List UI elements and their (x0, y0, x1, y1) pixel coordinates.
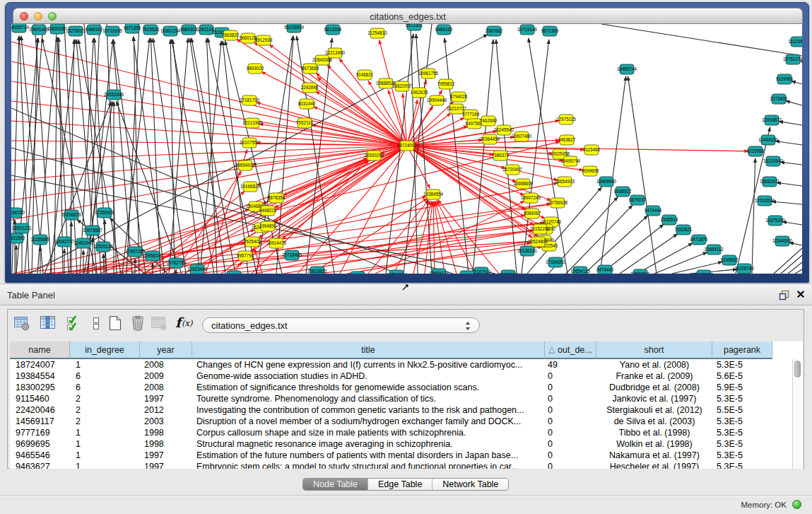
svg-text:10688609: 10688609 (513, 181, 534, 186)
table-column-icon[interactable] (40, 315, 57, 332)
network-window: citations_edges.txt 14055714206914061065… (5, 2, 809, 283)
svg-text:7462660: 7462660 (480, 118, 498, 123)
svg-text:2935514: 2935514 (661, 217, 678, 222)
float-window-icon[interactable] (778, 289, 790, 301)
column-header-name[interactable]: name (10, 341, 70, 359)
svg-text:9671358: 9671358 (124, 25, 141, 30)
svg-text:16961756: 16961756 (418, 71, 439, 76)
svg-text:16210643: 16210643 (763, 158, 784, 163)
table-row[interactable]: 969969511998Structural magnetic resonanc… (10, 438, 803, 450)
tab-network-table[interactable]: Network Table (433, 479, 508, 490)
column-label: name (28, 345, 50, 355)
cell-title: Corpus callosum shape and size in male p… (192, 427, 545, 438)
cell-name: 19384554 (10, 370, 70, 382)
column-header-pagerank[interactable]: pagerank (712, 341, 772, 359)
tab-node-table[interactable]: Node Table (303, 479, 368, 490)
svg-text:7552110: 7552110 (296, 120, 314, 125)
scrollbar-thumb[interactable] (794, 361, 801, 378)
vertical-scrollbar[interactable] (792, 359, 801, 469)
cell-year: 2003 (140, 416, 192, 427)
svg-text:7986372: 7986372 (492, 153, 510, 158)
cell-pagerank: 5.6E-5 (712, 370, 772, 382)
cell-in_degree: 2 (70, 393, 140, 404)
svg-text:20691406: 20691406 (29, 27, 49, 32)
cell-in_degree: 2 (70, 404, 140, 416)
svg-text:15720407: 15720407 (502, 167, 523, 172)
table-row[interactable]: 1830029562008Estimation of significance … (10, 382, 803, 393)
svg-text:2087682: 2087682 (486, 28, 503, 33)
mouse-cursor (401, 282, 410, 291)
cell-title: Tourette syndrome. Phenomenology and cla… (192, 393, 545, 404)
column-label: in_degree (85, 345, 124, 355)
table-settings-icon[interactable] (13, 315, 30, 332)
svg-text:16245540: 16245540 (494, 127, 514, 132)
svg-text:16654923: 16654923 (555, 179, 575, 184)
column-header-title[interactable]: title (192, 341, 545, 359)
table-selector-combo[interactable]: citations_edges.txt (202, 317, 480, 333)
memory-status: Memory: OK (741, 501, 787, 509)
cell-out_de: 0 (545, 393, 596, 404)
row-height-icon[interactable] (88, 315, 105, 332)
network-view[interactable]: 1405571420691406106532871527602164661621… (11, 24, 802, 274)
column-label: year (157, 345, 174, 355)
svg-text:12975115: 12975115 (556, 117, 576, 122)
column-header-in_degree[interactable]: in_degree (70, 341, 140, 359)
svg-text:10344500: 10344500 (772, 238, 793, 243)
cell-pagerank: 5.3E-5 (712, 416, 772, 427)
combo-value: citations_edges.txt (211, 320, 288, 331)
close-panel-icon[interactable]: ✕ (794, 288, 807, 302)
svg-text:5673685: 5673685 (302, 66, 319, 71)
cell-title: Disruption of a novel member of a sodium… (192, 416, 545, 427)
cell-pagerank: 5.9E-5 (712, 382, 772, 393)
svg-text:19756928: 19756928 (548, 200, 568, 205)
table-row[interactable]: 1456911722003Disruption of a novel membe… (10, 416, 803, 427)
cell-title: Investigating the contribution of common… (192, 404, 545, 416)
tab-edge-table[interactable]: Edge Table (368, 479, 433, 490)
cell-year: 2009 (140, 370, 192, 382)
svg-text:(x): (x) (182, 318, 193, 328)
table-row[interactable]: 946554611997Estimation of the future num… (10, 450, 803, 461)
cell-out_de: 0 (545, 450, 596, 461)
cell-in_degree: 6 (70, 382, 140, 393)
svg-text:10654113: 10654113 (570, 269, 590, 274)
svg-text:16822057: 16822057 (392, 83, 413, 88)
svg-text:8912930: 8912930 (255, 37, 273, 42)
column-header-short[interactable]: short (596, 341, 712, 359)
svg-text:15692971: 15692971 (760, 179, 780, 184)
function-icon[interactable]: f(x) (175, 314, 197, 332)
svg-text:10719146: 10719146 (517, 27, 538, 32)
svg-text:8878354: 8878354 (268, 195, 286, 200)
cell-pagerank: 5.3E-5 (712, 359, 772, 370)
new-document-icon[interactable] (107, 315, 124, 332)
column-header-out_de[interactable]: △out_de... (545, 341, 596, 359)
table-row[interactable]: 1938455462009Genome-wide association stu… (10, 370, 803, 382)
column-label: pagerank (724, 345, 760, 355)
table-row[interactable]: 1872400712008Changes of HCN gene express… (10, 359, 803, 370)
delete-icon[interactable] (129, 315, 146, 332)
cell-year: 2012 (140, 404, 192, 416)
svg-text:9129966: 9129966 (776, 76, 794, 81)
table-row[interactable]: 946362711997Embryonic stem cells: a mode… (10, 461, 803, 469)
svg-text:12923448: 12923448 (187, 267, 208, 271)
cell-in_degree: 2 (70, 416, 140, 427)
svg-text:9884303: 9884303 (180, 27, 198, 32)
cell-short: Yano et al. (2008) (596, 359, 712, 370)
svg-text:9474440: 9474440 (596, 267, 614, 272)
select-rows-icon[interactable] (66, 315, 83, 332)
table-row[interactable]: 2242004622012Investigating the contribut… (10, 404, 803, 416)
cell-short: Dudbridge et al. (2008) (596, 382, 712, 393)
window-titlebar[interactable]: citations_edges.txt (13, 8, 803, 24)
svg-text:9671399: 9671399 (541, 28, 559, 33)
delete-table-disabled-icon (151, 315, 167, 332)
svg-text:12505135: 12505135 (93, 244, 114, 249)
cell-title: Structural magnetic resonance image aver… (192, 438, 545, 450)
svg-text:8471876: 8471876 (690, 237, 708, 242)
table-row[interactable]: 911546021997Tourette syndrome. Phenomeno… (10, 393, 803, 404)
cell-in_degree: 1 (70, 450, 140, 461)
sort-ascending-icon: △ (548, 346, 555, 354)
table-row[interactable]: 977716911998Corpus callosum shape and si… (10, 427, 803, 438)
cell-in_degree: 1 (70, 461, 140, 469)
column-header-year[interactable]: year (140, 341, 192, 359)
cell-short: Stergiakouli et al. (2012) (596, 404, 712, 416)
svg-text:9699695: 9699695 (582, 168, 599, 173)
